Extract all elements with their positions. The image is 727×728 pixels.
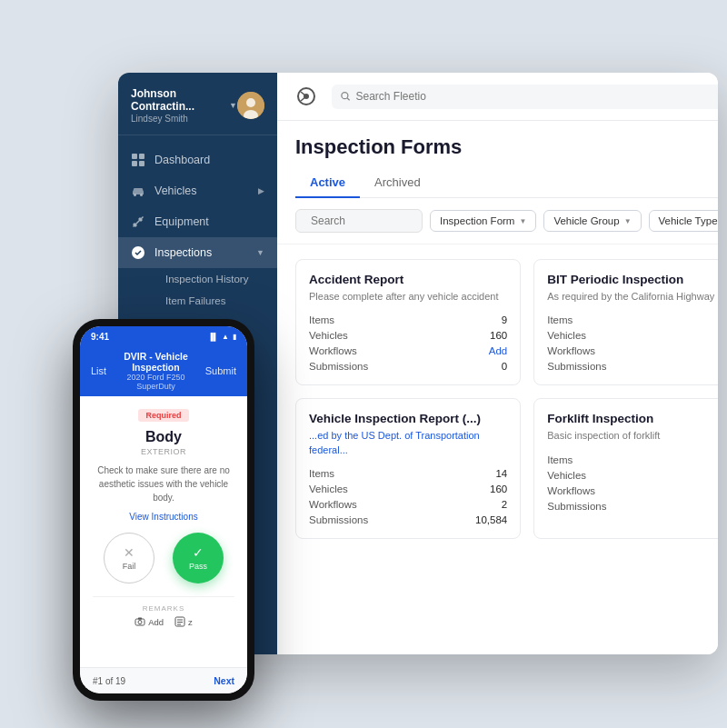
filters-bar: Inspection Form ▼ Vehicle Group ▼ Vehicl… (277, 198, 718, 244)
stat-submissions: Submissions 0 (309, 361, 507, 372)
stat-items: Items 18 (547, 454, 718, 465)
tabs: Active Archived (295, 168, 718, 198)
sidebar-item-label: Inspections (154, 246, 212, 259)
svg-rect-4 (139, 154, 144, 159)
card-desc-link[interactable]: ...ed by the US Dept. of Transportation … (309, 430, 480, 454)
car-icon (131, 184, 145, 198)
svg-point-1 (246, 98, 255, 107)
user-name: Lindsey Smith (131, 114, 220, 124)
chevron-down-icon: ▼ (519, 217, 526, 225)
filter-dropdown-inspection-form[interactable]: Inspection Form ▼ (430, 210, 536, 232)
fail-button[interactable]: ✕ Fail (104, 533, 154, 583)
mobile-phone: 9:41 ▐▌ ▲ ▮ List DVIR - Vehicle Inspecti… (73, 319, 254, 701)
card-desc: As required by the California Highway Pa… (547, 290, 718, 304)
tab-archived[interactable]: Archived (360, 168, 435, 198)
pass-button[interactable]: ✓ Pass (173, 533, 224, 583)
remarks-note-button[interactable]: z (174, 616, 193, 627)
svg-point-17 (138, 621, 142, 624)
sidebar-item-label: Dashboard (154, 154, 210, 166)
card-title: Accident Report (309, 273, 507, 286)
search-input[interactable] (355, 90, 716, 103)
phone-inner: 9:41 ▐▌ ▲ ▮ List DVIR - Vehicle Inspecti… (80, 326, 247, 693)
phone-status-icons: ▐▌ ▲ ▮ (208, 333, 236, 341)
tab-active[interactable]: Active (295, 168, 360, 198)
phone-nav-title: DVIR - Vehicle Inspection (106, 351, 205, 373)
equipment-icon (131, 214, 145, 229)
grid-icon (131, 153, 145, 167)
card-forklift-inspection[interactable]: Forklift Inspection Basic inspection of … (533, 398, 718, 539)
svg-point-8 (140, 194, 143, 196)
phone-time: 9:41 (91, 332, 109, 342)
vehicles-arrow-icon: ▶ (258, 186, 264, 195)
remarks-add-button[interactable]: Add (134, 616, 164, 627)
card-accident-report[interactable]: Accident Report Please complete after an… (295, 259, 521, 385)
stat-workflows: Workflows Add (309, 345, 507, 356)
cards-grid: Accident Report Please complete after an… (277, 244, 718, 654)
battery-icon: ▮ (233, 333, 236, 341)
sidebar-item-item-failures[interactable]: Item Failures (153, 290, 277, 312)
phone-nav-subtitle: 2020 Ford F250 SuperDuty (106, 373, 205, 391)
sidebar-header: Johnson Contractin... Lindsey Smith ▼ (118, 73, 277, 135)
stat-vehicles: Vehicles 160 (309, 484, 507, 494)
filter-dropdown-vehicle-group[interactable]: Vehicle Group ▼ (543, 210, 641, 232)
svg-point-12 (342, 93, 348, 99)
svg-point-7 (134, 194, 136, 196)
company-info: Johnson Contractin... Lindsey Smith ▼ (131, 87, 237, 124)
stat-submissions: Submissions 10,584 (309, 514, 507, 525)
phone-list-button[interactable]: List (91, 365, 106, 376)
stat-workflows: Workflows Add (547, 485, 718, 496)
card-stats: Items 14 Vehicles 160 Workflows 2 Subm (309, 468, 507, 525)
stat-vehicles: Vehicles 160 (547, 470, 718, 481)
next-button[interactable]: Next (214, 675, 234, 686)
search-bar: All ▼ (332, 85, 718, 109)
pagination-text: #1 of 19 (93, 676, 125, 686)
stat-vehicles: Vehicles 160 (309, 330, 507, 341)
card-stats: Items 67 Vehicles 160 Workflows Add Su (547, 314, 718, 372)
company-chevron-icon: ▼ (229, 101, 237, 110)
phone-status-bar: 9:41 ▐▌ ▲ ▮ (80, 326, 247, 345)
card-title: BIT Periodic Inspection (547, 273, 718, 286)
section-description: Check to make sure there are no aestheti… (93, 464, 234, 504)
page-title: Inspection Forms (295, 135, 718, 159)
card-title: Vehicle Inspection Report (...) (309, 412, 507, 425)
sidebar-item-label: Vehicles (154, 184, 197, 197)
sidebar-item-vehicles[interactable]: Vehicles ▶ (118, 175, 277, 206)
fleetio-logo-icon (292, 82, 321, 111)
card-desc: ...ed by the US Dept. of Transportation … (309, 429, 507, 457)
sidebar-item-inspection-history[interactable]: Inspection History (153, 268, 277, 290)
sidebar-item-label: Equipment (154, 215, 209, 228)
stat-items: Items 67 (547, 314, 718, 325)
camera-icon (134, 616, 145, 627)
card-bit-periodic[interactable]: BIT Periodic Inspection As required by t… (533, 259, 718, 385)
fail-label: Fail (123, 562, 136, 571)
pass-fail-buttons: ✕ Fail ✓ Pass (104, 533, 224, 583)
search-icon (341, 91, 350, 102)
filter-search-input[interactable] (311, 214, 447, 227)
svg-line-13 (347, 98, 350, 101)
section-title: Body (145, 429, 182, 445)
stat-submissions: Submissions 540 (547, 501, 718, 512)
sidebar-item-equipment[interactable]: Equipment (118, 206, 277, 237)
wifi-icon: ▲ (222, 333, 229, 341)
main-content: All ▼ Inspection Forms Active Archived (277, 73, 718, 654)
phone-submit-button[interactable]: Submit (205, 365, 236, 376)
view-instructions-link[interactable]: View Instructions (129, 512, 197, 522)
stat-items: Items 9 (309, 314, 507, 325)
filter-dropdown-vehicle-type[interactable]: Vehicle Type ▼ (649, 210, 718, 232)
svg-rect-18 (138, 618, 142, 620)
pass-label: Pass (189, 562, 207, 571)
card-desc: Basic inspection of forklift (547, 429, 718, 443)
phone-bottom-bar: #1 of 19 Next (80, 667, 247, 693)
stat-submissions: Submissions 0 (547, 361, 718, 372)
card-vehicle-inspection[interactable]: Vehicle Inspection Report (...) ...ed by… (295, 398, 521, 539)
stat-workflows: Workflows 2 (309, 499, 507, 510)
sidebar-item-dashboard[interactable]: Dashboard (118, 145, 277, 175)
signal-icon: ▐▌ (208, 333, 218, 341)
sidebar-item-inspections[interactable]: Inspections ▼ (118, 237, 277, 268)
svg-rect-6 (139, 161, 144, 166)
avatar[interactable] (237, 92, 264, 119)
card-title: Forklift Inspection (547, 412, 718, 425)
company-name: Johnson Contractin... (131, 87, 220, 114)
stat-workflows: Workflows Add (547, 345, 718, 356)
page-header: Inspection Forms Active Archived (277, 121, 718, 198)
